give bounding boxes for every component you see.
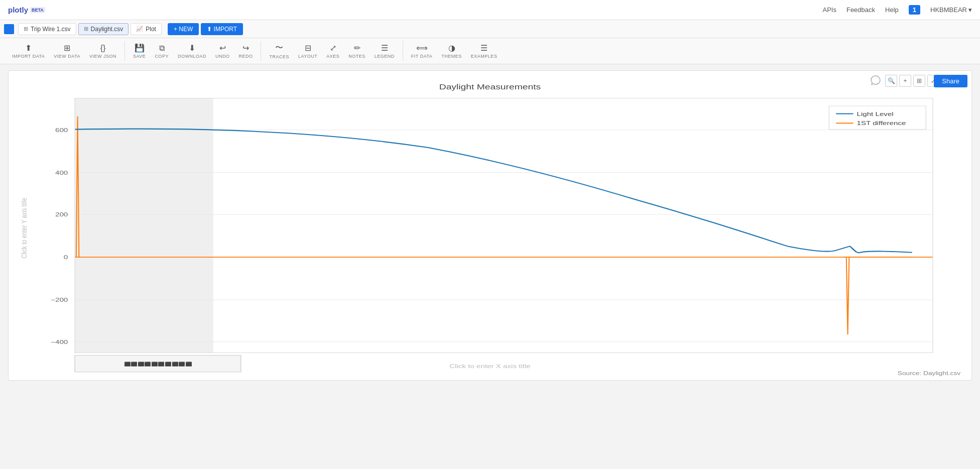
svg-text:600: 600	[55, 127, 68, 134]
chart-title: Daylight Measurements	[439, 83, 541, 91]
import-data-button[interactable]: ⬆ IMPORT DATA	[8, 41, 49, 61]
beta-badge: BETA	[30, 7, 45, 13]
help-link[interactable]: Help	[885, 6, 899, 14]
axes-icon: ⤢	[330, 43, 336, 53]
chart-icon: 📈	[136, 26, 143, 32]
table-icon-2: ⊞	[84, 26, 88, 32]
svg-text:−200: −200	[51, 297, 68, 303]
import-data-icon: ⬆	[25, 43, 32, 53]
svg-text:Click to enter X axis title: Click to enter X axis title	[449, 363, 531, 370]
traces-button[interactable]: 〜 TRACES	[265, 41, 293, 61]
topnav-left: plotly BETA	[8, 6, 45, 14]
layout-icon: ⊟	[305, 43, 311, 53]
notes-label: NOTES	[348, 54, 365, 59]
download-label: DOWNLOAD	[178, 54, 206, 59]
redo-button[interactable]: ↪ REDO	[234, 41, 257, 61]
tab-plot-label: Plot	[146, 26, 156, 33]
view-json-button[interactable]: {} VIEW JSON	[85, 42, 120, 61]
chart-tools-group: 〜 TRACES ⊟ LAYOUT ⤢ AXES ✏ NOTES ☰ LEGEN…	[261, 41, 403, 61]
examples-button[interactable]: ☰ EXAMPLES	[467, 41, 502, 61]
undo-button[interactable]: ↩ UNDO	[211, 41, 234, 61]
fit-data-label: FIT DATA	[411, 54, 433, 59]
themes-label: THEMES	[441, 54, 462, 59]
plotly-logo[interactable]: plotly BETA	[8, 6, 45, 14]
fit-data-button[interactable]: ⟺ FIT DATA	[407, 41, 437, 61]
download-icon: ⬇	[189, 43, 195, 53]
tab-trip-wire-label: Trip Wire 1.csv	[31, 26, 71, 33]
traces-icon: 〜	[275, 43, 283, 53]
tab-bar: ⊞ Trip Wire 1.csv ⊞ Daylight.csv 📈 Plot …	[0, 20, 980, 38]
chart-container: 🔍 + ⊞ ⤢ ▬ ▬ Share Daylight Measurements	[8, 70, 972, 381]
tab-plot[interactable]: 📈 Plot	[131, 23, 162, 35]
redo-label: REDO	[238, 54, 253, 59]
view-data-button[interactable]: ⊞ VIEW DATA	[50, 41, 84, 61]
svg-text:⬛⬛⬛⬛⬛⬛⬛⬛⬛⬛: ⬛⬛⬛⬛⬛⬛⬛⬛⬛⬛	[124, 362, 193, 367]
import-data-label: IMPORT DATA	[12, 54, 45, 59]
copy-label: COPY	[155, 54, 169, 59]
tab-daylight[interactable]: ⊞ Daylight.csv	[78, 23, 129, 35]
notes-button[interactable]: ✏ NOTES	[344, 41, 370, 61]
redo-icon: ↪	[242, 43, 249, 53]
legend-button[interactable]: ☰ LEGEND	[371, 41, 399, 61]
save-label: SAVE	[133, 54, 146, 59]
examples-icon: ☰	[480, 43, 487, 53]
download-button[interactable]: ⬇ DOWNLOAD	[174, 41, 210, 61]
fit-data-icon: ⟺	[416, 43, 428, 53]
svg-text:−400: −400	[51, 339, 68, 345]
toolbar: ⬆ IMPORT DATA ⊞ VIEW DATA {} VIEW JSON 💾…	[0, 38, 980, 64]
save-button[interactable]: 💾 SAVE	[129, 41, 150, 61]
fit-tools-group: ⟺ FIT DATA ◑ THEMES ☰ EXAMPLES	[403, 41, 506, 61]
legend-icon: ☰	[381, 43, 388, 53]
themes-icon: ◑	[448, 43, 455, 53]
save-icon: 💾	[135, 43, 145, 53]
traces-label: TRACES	[269, 54, 289, 59]
svg-text:Light Level: Light Level	[856, 111, 893, 118]
dropdown-chevron-icon: ▾	[968, 6, 972, 14]
chat-icon[interactable]	[870, 75, 881, 87]
layout-label: LAYOUT	[298, 54, 317, 59]
edit-tools-group: 💾 SAVE ⧉ COPY ⬇ DOWNLOAD ↩ UNDO ↪ REDO	[125, 41, 261, 61]
add-trace-button[interactable]: +	[899, 75, 911, 87]
logo-text: plotly	[8, 6, 28, 14]
axes-label: AXES	[326, 54, 339, 59]
svg-text:Click to enter Y axis title: Click to enter Y axis title	[20, 198, 28, 259]
username-label: HKBMBEAR	[930, 6, 967, 14]
svg-text:0: 0	[64, 254, 68, 261]
user-dropdown[interactable]: HKBMBEAR ▾	[930, 6, 972, 14]
tab-daylight-label: Daylight.csv	[91, 26, 124, 33]
svg-text:200: 200	[55, 211, 68, 218]
examples-label: EXAMPLES	[471, 54, 498, 59]
table-icon: ⊞	[24, 26, 28, 32]
home-tab-icon[interactable]	[4, 24, 14, 34]
svg-text:400: 400	[55, 169, 68, 176]
undo-label: UNDO	[215, 54, 230, 59]
zoom-in-button[interactable]: 🔍	[885, 75, 897, 87]
axes-button[interactable]: ⤢ AXES	[322, 41, 343, 61]
chart-area[interactable]: Daylight Measurements 0 200 400	[13, 75, 967, 376]
import-button[interactable]: ⬆ IMPORT	[201, 23, 243, 35]
new-button[interactable]: + NEW	[168, 23, 199, 35]
view-json-icon: {}	[100, 44, 106, 53]
notes-icon: ✏	[354, 43, 360, 53]
top-navigation: plotly BETA APIs Feedback Help 1 HKBMBEA…	[0, 0, 980, 20]
feedback-link[interactable]: Feedback	[846, 6, 875, 14]
svg-text:Source: Daylight.csv: Source: Daylight.csv	[898, 371, 961, 376]
svg-text:1ST difference: 1ST difference	[856, 120, 906, 127]
share-button[interactable]: Share	[934, 75, 967, 87]
view-data-icon: ⊞	[64, 43, 70, 53]
user-badge[interactable]: 1	[909, 5, 920, 15]
apis-link[interactable]: APIs	[822, 6, 836, 14]
copy-icon: ⧉	[159, 44, 165, 53]
layout-button[interactable]: ⊟ LAYOUT	[294, 41, 321, 61]
grid-button[interactable]: ⊞	[913, 75, 925, 87]
tab-trip-wire[interactable]: ⊞ Trip Wire 1.csv	[18, 23, 76, 35]
view-data-label: VIEW DATA	[54, 54, 80, 59]
topnav-right: APIs Feedback Help 1 HKBMBEAR ▾	[822, 5, 972, 15]
legend-label: LEGEND	[375, 54, 395, 59]
data-tools-group: ⬆ IMPORT DATA ⊞ VIEW DATA {} VIEW JSON	[4, 41, 125, 61]
chart-svg: Daylight Measurements 0 200 400	[13, 75, 967, 376]
themes-button[interactable]: ◑ THEMES	[437, 41, 466, 61]
view-json-label: VIEW JSON	[89, 54, 116, 59]
svg-rect-2	[75, 98, 213, 353]
copy-button[interactable]: ⧉ COPY	[151, 42, 173, 61]
